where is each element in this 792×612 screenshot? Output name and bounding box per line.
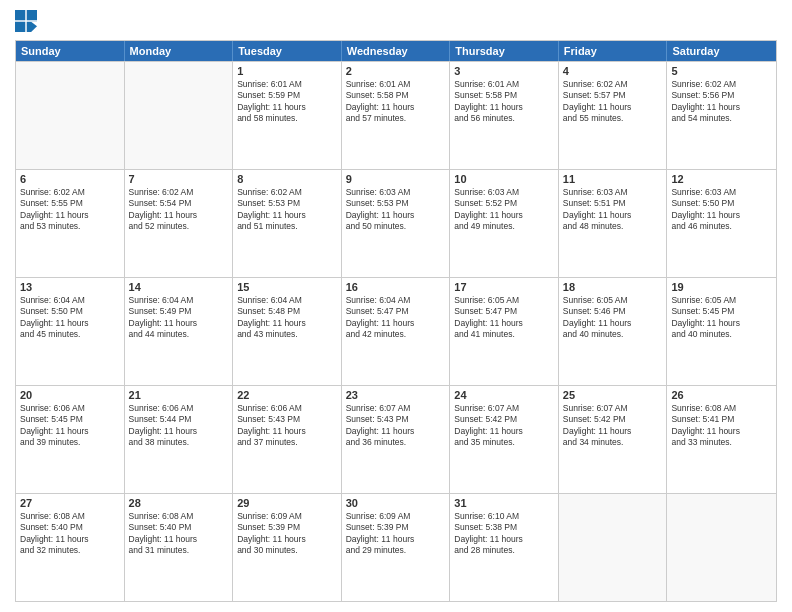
day-number: 20	[20, 389, 120, 401]
svg-rect-1	[27, 10, 37, 20]
day-info: Sunrise: 6:08 AMSunset: 5:40 PMDaylight:…	[129, 511, 229, 557]
calendar-cell	[559, 494, 668, 601]
day-number: 29	[237, 497, 337, 509]
day-info: Sunrise: 6:03 AMSunset: 5:53 PMDaylight:…	[346, 187, 446, 233]
day-info: Sunrise: 6:10 AMSunset: 5:38 PMDaylight:…	[454, 511, 554, 557]
calendar-cell: 24Sunrise: 6:07 AMSunset: 5:42 PMDayligh…	[450, 386, 559, 493]
day-info: Sunrise: 6:05 AMSunset: 5:46 PMDaylight:…	[563, 295, 663, 341]
day-info: Sunrise: 6:07 AMSunset: 5:43 PMDaylight:…	[346, 403, 446, 449]
calendar-cell: 27Sunrise: 6:08 AMSunset: 5:40 PMDayligh…	[16, 494, 125, 601]
day-number: 28	[129, 497, 229, 509]
day-number: 13	[20, 281, 120, 293]
calendar-header: SundayMondayTuesdayWednesdayThursdayFrid…	[16, 41, 776, 61]
day-info: Sunrise: 6:04 AMSunset: 5:49 PMDaylight:…	[129, 295, 229, 341]
day-info: Sunrise: 6:08 AMSunset: 5:40 PMDaylight:…	[20, 511, 120, 557]
calendar-row: 6Sunrise: 6:02 AMSunset: 5:55 PMDaylight…	[16, 169, 776, 277]
day-number: 23	[346, 389, 446, 401]
logo-icon	[15, 10, 37, 32]
calendar-cell: 19Sunrise: 6:05 AMSunset: 5:45 PMDayligh…	[667, 278, 776, 385]
day-info: Sunrise: 6:02 AMSunset: 5:55 PMDaylight:…	[20, 187, 120, 233]
day-number: 16	[346, 281, 446, 293]
day-number: 10	[454, 173, 554, 185]
calendar-row: 13Sunrise: 6:04 AMSunset: 5:50 PMDayligh…	[16, 277, 776, 385]
day-info: Sunrise: 6:05 AMSunset: 5:47 PMDaylight:…	[454, 295, 554, 341]
day-info: Sunrise: 6:06 AMSunset: 5:44 PMDaylight:…	[129, 403, 229, 449]
calendar-cell: 29Sunrise: 6:09 AMSunset: 5:39 PMDayligh…	[233, 494, 342, 601]
day-info: Sunrise: 6:06 AMSunset: 5:43 PMDaylight:…	[237, 403, 337, 449]
calendar-cell: 21Sunrise: 6:06 AMSunset: 5:44 PMDayligh…	[125, 386, 234, 493]
day-number: 26	[671, 389, 772, 401]
day-number: 15	[237, 281, 337, 293]
calendar-cell: 30Sunrise: 6:09 AMSunset: 5:39 PMDayligh…	[342, 494, 451, 601]
day-number: 8	[237, 173, 337, 185]
calendar-cell: 16Sunrise: 6:04 AMSunset: 5:47 PMDayligh…	[342, 278, 451, 385]
day-number: 17	[454, 281, 554, 293]
weekday-header: Tuesday	[233, 41, 342, 61]
day-info: Sunrise: 6:01 AMSunset: 5:59 PMDaylight:…	[237, 79, 337, 125]
calendar-cell: 20Sunrise: 6:06 AMSunset: 5:45 PMDayligh…	[16, 386, 125, 493]
day-number: 3	[454, 65, 554, 77]
calendar-cell: 10Sunrise: 6:03 AMSunset: 5:52 PMDayligh…	[450, 170, 559, 277]
calendar-cell: 25Sunrise: 6:07 AMSunset: 5:42 PMDayligh…	[559, 386, 668, 493]
weekday-header: Thursday	[450, 41, 559, 61]
day-info: Sunrise: 6:09 AMSunset: 5:39 PMDaylight:…	[346, 511, 446, 557]
page: SundayMondayTuesdayWednesdayThursdayFrid…	[0, 0, 792, 612]
day-number: 11	[563, 173, 663, 185]
day-number: 27	[20, 497, 120, 509]
calendar-cell: 28Sunrise: 6:08 AMSunset: 5:40 PMDayligh…	[125, 494, 234, 601]
calendar-row: 27Sunrise: 6:08 AMSunset: 5:40 PMDayligh…	[16, 493, 776, 601]
calendar-cell: 14Sunrise: 6:04 AMSunset: 5:49 PMDayligh…	[125, 278, 234, 385]
day-info: Sunrise: 6:04 AMSunset: 5:47 PMDaylight:…	[346, 295, 446, 341]
svg-rect-2	[15, 22, 25, 32]
weekday-header: Sunday	[16, 41, 125, 61]
day-number: 31	[454, 497, 554, 509]
calendar-cell: 23Sunrise: 6:07 AMSunset: 5:43 PMDayligh…	[342, 386, 451, 493]
calendar: SundayMondayTuesdayWednesdayThursdayFrid…	[15, 40, 777, 602]
day-number: 4	[563, 65, 663, 77]
day-number: 14	[129, 281, 229, 293]
calendar-row: 20Sunrise: 6:06 AMSunset: 5:45 PMDayligh…	[16, 385, 776, 493]
calendar-cell	[125, 62, 234, 169]
calendar-cell: 8Sunrise: 6:02 AMSunset: 5:53 PMDaylight…	[233, 170, 342, 277]
svg-rect-0	[15, 10, 25, 20]
calendar-row: 1Sunrise: 6:01 AMSunset: 5:59 PMDaylight…	[16, 61, 776, 169]
calendar-cell: 9Sunrise: 6:03 AMSunset: 5:53 PMDaylight…	[342, 170, 451, 277]
calendar-cell: 12Sunrise: 6:03 AMSunset: 5:50 PMDayligh…	[667, 170, 776, 277]
day-info: Sunrise: 6:03 AMSunset: 5:50 PMDaylight:…	[671, 187, 772, 233]
day-info: Sunrise: 6:06 AMSunset: 5:45 PMDaylight:…	[20, 403, 120, 449]
header	[15, 10, 777, 32]
calendar-cell	[667, 494, 776, 601]
calendar-cell: 15Sunrise: 6:04 AMSunset: 5:48 PMDayligh…	[233, 278, 342, 385]
day-number: 18	[563, 281, 663, 293]
day-number: 25	[563, 389, 663, 401]
day-number: 12	[671, 173, 772, 185]
calendar-cell: 31Sunrise: 6:10 AMSunset: 5:38 PMDayligh…	[450, 494, 559, 601]
logo	[15, 10, 39, 32]
day-info: Sunrise: 6:02 AMSunset: 5:53 PMDaylight:…	[237, 187, 337, 233]
day-info: Sunrise: 6:08 AMSunset: 5:41 PMDaylight:…	[671, 403, 772, 449]
day-info: Sunrise: 6:02 AMSunset: 5:54 PMDaylight:…	[129, 187, 229, 233]
day-number: 22	[237, 389, 337, 401]
calendar-cell: 4Sunrise: 6:02 AMSunset: 5:57 PMDaylight…	[559, 62, 668, 169]
calendar-cell: 22Sunrise: 6:06 AMSunset: 5:43 PMDayligh…	[233, 386, 342, 493]
day-number: 21	[129, 389, 229, 401]
day-info: Sunrise: 6:07 AMSunset: 5:42 PMDaylight:…	[563, 403, 663, 449]
day-number: 24	[454, 389, 554, 401]
day-number: 19	[671, 281, 772, 293]
day-info: Sunrise: 6:01 AMSunset: 5:58 PMDaylight:…	[346, 79, 446, 125]
calendar-cell: 6Sunrise: 6:02 AMSunset: 5:55 PMDaylight…	[16, 170, 125, 277]
calendar-body: 1Sunrise: 6:01 AMSunset: 5:59 PMDaylight…	[16, 61, 776, 601]
calendar-cell: 26Sunrise: 6:08 AMSunset: 5:41 PMDayligh…	[667, 386, 776, 493]
calendar-cell: 17Sunrise: 6:05 AMSunset: 5:47 PMDayligh…	[450, 278, 559, 385]
calendar-cell: 5Sunrise: 6:02 AMSunset: 5:56 PMDaylight…	[667, 62, 776, 169]
day-info: Sunrise: 6:03 AMSunset: 5:52 PMDaylight:…	[454, 187, 554, 233]
weekday-header: Wednesday	[342, 41, 451, 61]
day-number: 2	[346, 65, 446, 77]
day-info: Sunrise: 6:07 AMSunset: 5:42 PMDaylight:…	[454, 403, 554, 449]
day-info: Sunrise: 6:04 AMSunset: 5:48 PMDaylight:…	[237, 295, 337, 341]
day-number: 5	[671, 65, 772, 77]
day-info: Sunrise: 6:04 AMSunset: 5:50 PMDaylight:…	[20, 295, 120, 341]
day-number: 30	[346, 497, 446, 509]
calendar-cell: 2Sunrise: 6:01 AMSunset: 5:58 PMDaylight…	[342, 62, 451, 169]
day-info: Sunrise: 6:05 AMSunset: 5:45 PMDaylight:…	[671, 295, 772, 341]
